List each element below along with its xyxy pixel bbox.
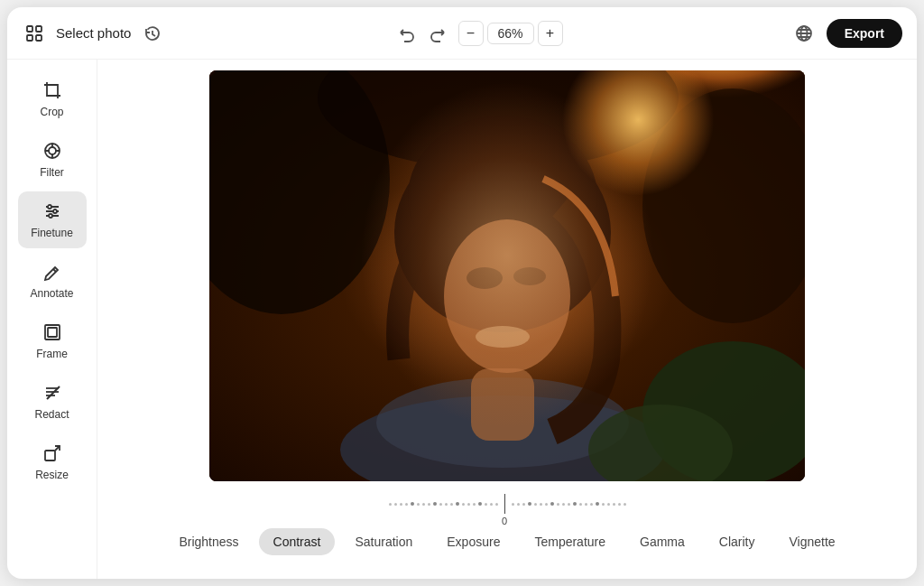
ruler-dot: [400, 503, 402, 506]
export-button[interactable]: Export: [827, 19, 902, 48]
frame-select-icon: [25, 24, 43, 42]
undo-icon: [397, 24, 415, 42]
tab-clarity[interactable]: Clarity: [705, 528, 770, 555]
frame-icon: [42, 321, 63, 343]
svg-point-20: [49, 214, 52, 218]
ruler-dot: [517, 503, 520, 506]
globe-icon: [794, 23, 814, 43]
sidebar-item-crop-label: Crop: [40, 106, 63, 118]
svg-rect-2: [27, 35, 32, 41]
header-center: − 66% +: [393, 21, 563, 46]
sidebar-item-redact-label: Redact: [34, 408, 69, 421]
annotate-icon: [42, 261, 63, 283]
ruler-dot: [602, 503, 605, 506]
ruler-zero-label: 0: [502, 516, 507, 526]
ruler-dot: [445, 503, 448, 506]
sidebar-item-finetune[interactable]: Finetune: [18, 191, 87, 248]
zoom-in-button[interactable]: +: [538, 21, 563, 46]
ruler-dot: [428, 503, 430, 506]
sidebar-item-resize[interactable]: Resize: [18, 433, 87, 490]
main-area: Crop Filter: [7, 60, 917, 579]
zoom-control: − 66% +: [458, 21, 563, 46]
ruler-dot: [405, 503, 408, 506]
ruler-dot: [607, 503, 610, 506]
ruler-dot: [462, 503, 465, 506]
history-icon: [143, 24, 162, 42]
photo-overlay: [209, 70, 805, 481]
sidebar-item-redact[interactable]: Redact: [18, 373, 87, 430]
globe-button[interactable]: [790, 20, 818, 47]
ruler-dot: [485, 503, 487, 506]
ruler-dot: [394, 503, 397, 506]
ruler-dot: [562, 503, 565, 506]
svg-rect-3: [36, 35, 42, 41]
ruler-dot: [596, 502, 599, 506]
redact-icon: [42, 382, 63, 404]
sidebar-item-finetune-label: Finetune: [31, 227, 73, 239]
sidebar-item-resize-label: Resize: [35, 469, 69, 481]
ruler-dot: [585, 503, 587, 506]
tab-contrast[interactable]: Contrast: [259, 528, 336, 555]
zoom-value: 66%: [487, 23, 534, 44]
svg-point-18: [48, 205, 51, 209]
sidebar: Crop Filter: [7, 60, 97, 579]
ruler-dot: [433, 502, 437, 506]
zoom-out-button[interactable]: −: [458, 21, 484, 46]
image-wrapper: [209, 70, 805, 481]
tab-brightness[interactable]: Brightness: [164, 528, 253, 555]
undo-button[interactable]: [393, 21, 419, 46]
ruler-dot: [528, 502, 531, 506]
sidebar-item-frame[interactable]: Frame: [18, 312, 87, 369]
svg-rect-22: [48, 328, 57, 337]
ruler-dot: [573, 502, 577, 506]
sidebar-item-annotate[interactable]: Annotate: [18, 252, 87, 309]
svg-rect-27: [45, 451, 55, 460]
finetune-tabs: Brightness Contrast Saturation Exposure …: [153, 521, 860, 563]
header-left: Select photo: [22, 21, 165, 46]
tab-temperature[interactable]: Temperature: [520, 528, 620, 555]
history-button[interactable]: [140, 21, 165, 46]
svg-rect-1: [36, 26, 42, 32]
svg-point-10: [49, 147, 56, 154]
crop-icon: [42, 79, 63, 101]
ruler-dot: [590, 503, 593, 506]
redo-icon: [430, 24, 448, 42]
sidebar-item-crop[interactable]: Crop: [18, 70, 87, 127]
sidebar-item-frame-label: Frame: [36, 348, 68, 360]
ruler-dot: [613, 503, 615, 506]
ruler-dot: [568, 503, 570, 506]
ruler-line: 0: [389, 494, 626, 514]
ruler-dot: [490, 503, 493, 506]
app-container: Select photo: [7, 7, 917, 579]
canvas-area: 0: [97, 60, 917, 579]
frame-select-icon-btn[interactable]: [22, 21, 47, 46]
ruler-dot: [618, 503, 621, 506]
ruler-dot: [512, 503, 514, 506]
tab-vignette[interactable]: Vignette: [775, 528, 850, 555]
tab-gamma[interactable]: Gamma: [625, 528, 699, 555]
resize-icon: [42, 442, 63, 464]
ruler-center: 0: [504, 494, 505, 514]
slider-area[interactable]: 0: [209, 481, 805, 521]
ruler-dot: [495, 503, 498, 506]
ruler-dot: [534, 503, 537, 506]
ruler-dot: [522, 503, 525, 506]
sidebar-item-filter[interactable]: Filter: [18, 131, 87, 188]
ruler-dot: [579, 503, 582, 506]
svg-point-19: [53, 209, 57, 213]
header-right: Export: [790, 19, 902, 48]
sidebar-item-annotate-label: Annotate: [30, 287, 73, 300]
sidebar-item-filter-label: Filter: [40, 166, 64, 179]
ruler-dot: [439, 503, 442, 506]
header: Select photo: [7, 7, 917, 60]
filter-icon: [42, 140, 63, 162]
photo-display: [209, 70, 805, 481]
ruler-dot: [624, 503, 626, 506]
ruler-dot: [422, 503, 425, 506]
ruler-dot: [478, 502, 482, 506]
select-photo-button[interactable]: Select photo: [56, 25, 131, 41]
redo-button[interactable]: [426, 21, 451, 46]
tab-saturation[interactable]: Saturation: [340, 528, 427, 555]
finetune-icon: [42, 200, 63, 222]
tab-exposure[interactable]: Exposure: [432, 528, 514, 555]
